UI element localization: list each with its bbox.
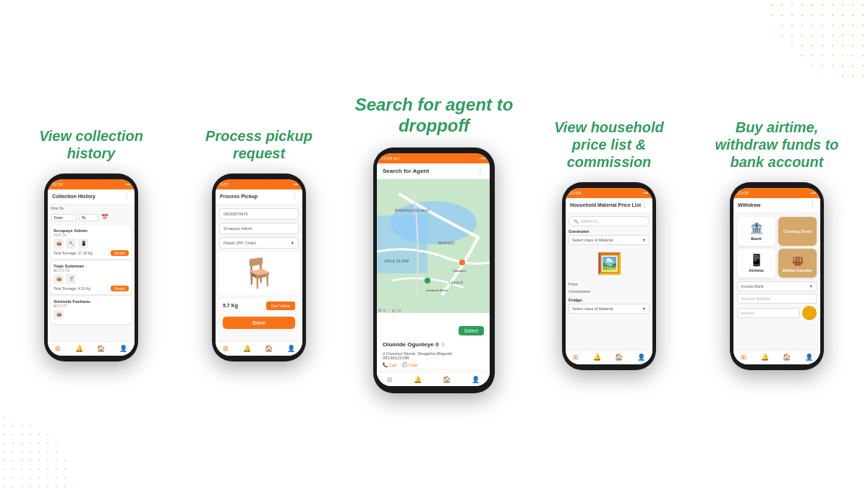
nav-person-icon-3[interactable]: 👤 (472, 376, 480, 383)
pickup-form: 08163678475 Scrapays Admin Plastic (PP: … (216, 205, 302, 333)
status-bar-2: 1:07 ▪▪▪ (216, 179, 302, 189)
airtime-icon: 📱 (749, 253, 764, 267)
map-area: BANANA ISLAND MAROKO LEKKI P... ORILE IS… (377, 179, 490, 313)
pickup-agent-input[interactable]: Scrapays Admin (219, 223, 299, 234)
nav-person-icon-4[interactable]: 👤 (637, 354, 645, 361)
fridge-select[interactable]: Select class of Material ▼ (569, 304, 650, 314)
phone-notch-4 (595, 182, 624, 188)
calendar-icon[interactable]: 📅 (101, 214, 109, 221)
nav-person-icon-5[interactable]: 👤 (805, 354, 813, 361)
nav-bell-icon-3[interactable]: 🔔 (414, 376, 422, 383)
coming-soon-label: Coming Soon (783, 229, 812, 234)
material-select[interactable]: Plastic (PP: Chair) ▼ (219, 237, 299, 249)
screen-process-pickup: 1:07 ▪▪▪ Process Pickup ⋮ 08163678475 Sc… (216, 179, 302, 356)
card-id-2: ₦6,572.40 (54, 268, 129, 273)
svg-text:MAROKO: MAROKO (438, 241, 454, 245)
screen2-header: Process Pickup ⋮ (216, 189, 302, 205)
item-box: 📦 (54, 309, 64, 320)
nav-grid-icon-5[interactable]: ⊞ (741, 354, 746, 361)
agent-actions: 📞 Call 💬 Chat (383, 362, 484, 367)
card-id-3: ₦274.70 (54, 304, 129, 308)
nav-person-icon-2[interactable]: 👤 (287, 345, 295, 352)
filter-from[interactable]: From (51, 214, 77, 221)
nav-home-icon[interactable]: 🏠 (97, 345, 105, 352)
status-bar-4: 12:08 ▪▪▪ (566, 188, 652, 198)
commission-label: Commission (569, 289, 590, 294)
phone-5: 12:08 ▪▪▪ Withdraw ⋮ 🏦 Bank Coming Soon (730, 182, 824, 370)
nav-home-icon-4[interactable]: 🏠 (615, 354, 623, 361)
nav-grid-icon-3[interactable]: ⊞ (387, 376, 393, 383)
map-svg: BANANA ISLAND MAROKO LEKKI P... ORILE IS… (377, 179, 490, 313)
pickup-phone-input[interactable]: 08163678475 (219, 208, 299, 220)
nav-home-icon-3[interactable]: 🏠 (443, 376, 451, 383)
svg-text:g: g (392, 308, 394, 312)
bank-icon: 🏦 (749, 221, 764, 235)
price-label: Price (569, 282, 578, 286)
item-box: 🔧 (66, 239, 76, 249)
category-fridge: Fridge Select class of Material ▼ (566, 298, 652, 316)
nav-grid-icon-4[interactable]: ⊞ (573, 354, 579, 361)
coming-soon-card: Coming Soon (778, 217, 817, 246)
nav-bell-icon[interactable]: 🔔 (75, 345, 83, 352)
tonnage-2: Total Tonnage: 4.10 Kg (54, 286, 90, 291)
amount-badge (802, 306, 817, 320)
bank-card[interactable]: 🏦 Bank (737, 217, 775, 246)
svg-text:LEKKI P...: LEKKI P... (449, 281, 465, 285)
screen-search-agent: 12:58 am ▪▪▪ Search for Agent ⋮ (377, 153, 490, 386)
nav-grid-icon-2[interactable]: ⊞ (223, 345, 229, 352)
amount-input[interactable]: Amount (737, 308, 800, 318)
bottom-nav-4: ⊞ 🔔 🏠 👤 (566, 350, 652, 364)
wallet-icon: 👜 (791, 253, 805, 267)
screen3-header: Search for Agent ⋮ (377, 163, 490, 179)
phone-notch-3 (420, 147, 448, 153)
svg-text:BANANA ISLAND: BANANA ISLAND (395, 208, 430, 213)
filter-to[interactable]: To (79, 214, 99, 221)
search-bar[interactable]: 🔍 SEARCH... (569, 216, 650, 226)
chair-icon: 🪑 (241, 256, 277, 290)
nav-grid-icon[interactable]: ⊞ (55, 345, 61, 352)
item-box: 🥤 (66, 274, 76, 284)
wallet-card[interactable]: 👜 Wallet transfer (778, 249, 817, 278)
commission-row: Commission (566, 288, 652, 295)
select-agent-button[interactable]: Select (459, 326, 484, 335)
done-button[interactable]: Done (223, 317, 295, 329)
wallet-label: Wallet transfer (783, 268, 812, 273)
generator-select[interactable]: Select class of Material ▼ (569, 235, 650, 245)
chat-button[interactable]: 💬 Chat (402, 362, 417, 367)
phone-notch-5 (762, 182, 791, 188)
details-btn-2[interactable]: Details (111, 286, 129, 291)
agent-rating: 0 (442, 342, 445, 347)
bottom-nav-3: ⊞ 🔔 🏠 👤 (377, 372, 490, 386)
nav-bell-icon-2[interactable]: 🔔 (243, 345, 251, 352)
status-bar-3: 12:58 am ▪▪▪ (377, 153, 490, 163)
get-value-button[interactable]: Get Value (266, 301, 295, 310)
item-box: 📦 (54, 274, 64, 284)
svg-rect-2 (377, 215, 427, 273)
nav-home-icon-2[interactable]: 🏠 (265, 345, 273, 352)
nav-home-icon-5[interactable]: 🏠 (783, 354, 791, 361)
withdraw-grid: 🏦 Bank Coming Soon 📱 Airtime 👜 Wallet tr… (733, 213, 820, 281)
bank-form: Access Bank ▼ Account Number Amount (733, 281, 820, 320)
screen4-header: Household Material Price List ⋮ (566, 198, 652, 213)
nav-bell-icon-4[interactable]: 🔔 (593, 354, 601, 361)
call-button[interactable]: 📞 Call (383, 362, 396, 367)
airtime-card[interactable]: 📱 Airtime (737, 249, 775, 278)
screen-withdraw: 12:08 ▪▪▪ Withdraw ⋮ 🏦 Bank Coming Soon (733, 188, 820, 364)
search-placeholder: SEARCH... (581, 219, 601, 223)
collection-card-3: Simisola Fashanu ₦274.70 📦 (51, 296, 132, 324)
account-number-input[interactable]: Account Number (737, 294, 817, 304)
screen5-title: Withdraw (738, 202, 760, 207)
screen-household-price: 12:08 ▪▪▪ Household Material Price List … (566, 188, 652, 364)
category-generator: Generator Select class of Material ▼ (566, 229, 652, 247)
svg-text:Twinwater: Twinwater (453, 269, 467, 273)
tonnage-1: Total Tonnage: 17.18 Kg (54, 251, 93, 255)
nav-bell-icon-5[interactable]: 🔔 (761, 354, 769, 361)
airtime-label: Airtime (749, 268, 764, 273)
nav-person-icon[interactable]: 👤 (119, 345, 127, 352)
material-icon: 🖼️ (597, 252, 622, 275)
details-btn-1[interactable]: Details (111, 250, 129, 256)
amount-row: Amount (737, 306, 817, 320)
card-details-1: Total Tonnage: 17.18 Kg Details (54, 250, 129, 256)
bottom-nav-2: ⊞ 🔔 🏠 👤 (216, 341, 302, 356)
bank-select[interactable]: Access Bank ▼ (737, 281, 817, 291)
